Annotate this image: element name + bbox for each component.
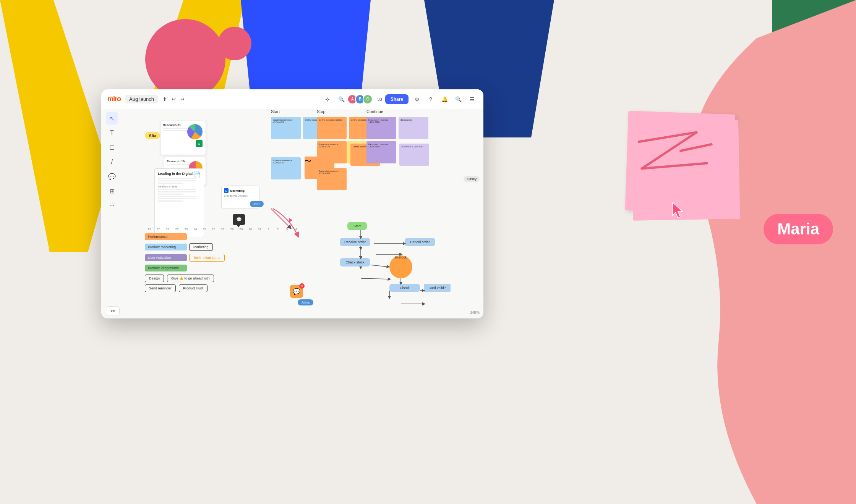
timeline-tasks-row3: Send reminder Product Hunt (145, 284, 305, 292)
ruler-19: 19 (145, 228, 154, 231)
tl-integrations-label: Product Integrations (145, 265, 187, 271)
miro-canvas-area: Alix Research 21 G Research 10 Leading (122, 109, 483, 318)
tl-marketing-label: Product marketing (145, 244, 187, 250)
fc-cancel-order: Cancel order (405, 238, 435, 246)
redo-btn[interactable]: ↪ (180, 96, 185, 102)
ruler-3: 3 (282, 228, 292, 231)
tl-product-hunt-task[interactable]: Product Hunt (179, 284, 208, 292)
sticky-tool[interactable]: ☐ (106, 141, 118, 153)
deco-circle-small (218, 27, 251, 60)
miro-logo: miro (107, 95, 121, 103)
tl-tech-rollout-task[interactable]: Tech rollout starts (189, 254, 225, 262)
comment-tool[interactable]: 💬 (106, 170, 118, 183)
sticky-start-1[interactable]: Expansion revenue +12% ARR (271, 117, 301, 139)
deco-circle-large (145, 19, 225, 99)
zoom-icon[interactable]: 🔍 (336, 94, 347, 105)
timeline-tasks-row2: Design Give 👍 to go ahead with (145, 275, 305, 282)
expand-panel-btn[interactable]: >> (106, 306, 120, 315)
undo-btn[interactable]: ↩ (172, 96, 176, 102)
ruler-4: 4 (292, 228, 301, 231)
sticky-stop-5[interactable]: Expansion revenue +12% ARR (317, 168, 347, 190)
tl-user-activation-label: User Activation (145, 254, 187, 261)
menu-icon[interactable]: ☰ (467, 94, 477, 105)
ruler-29: 29 (237, 228, 246, 231)
more-tools[interactable]: ··· (106, 199, 118, 212)
doc-icon: 📄 (193, 171, 201, 178)
doc-line-2 (163, 130, 191, 131)
tl-marketing-task[interactable]: Marketing (189, 243, 213, 251)
notification-icon[interactable]: 🔔 (439, 94, 450, 105)
fc-start-node: Start (347, 222, 367, 230)
search-icon[interactable]: 🔍 (453, 94, 464, 105)
fc-cancel-box: Cancel order (405, 238, 435, 246)
continue-stickies-row2: Expansion revenue +12% ARR Maximum +12% … (366, 141, 429, 166)
zoom-level-indicator: 348% (470, 310, 480, 315)
doc-thumb-1[interactable]: Research 21 G (160, 121, 206, 155)
avatar-3: C (363, 94, 373, 104)
fc-card-valid-box: Card valid? (424, 284, 451, 292)
tl-row-performance: Performance (145, 233, 305, 240)
flowchart-section: Start Receive order Cancel order Check s… (340, 222, 483, 318)
pink-cursor-arrow (669, 202, 688, 219)
tl-row-user-activation: User Activation Tech rollout starts (145, 254, 305, 262)
marketing-card-title: Marketing (230, 189, 245, 192)
marketing-card-subtitle: Shared via Dropbox (224, 194, 257, 197)
ruler-20: 20 (154, 228, 163, 231)
frame-tool[interactable]: ⊞ (106, 185, 118, 197)
text-tool[interactable]: T (106, 127, 118, 139)
sticky-stop-1[interactable]: Define success metrics (317, 117, 347, 139)
sticky-stop-3[interactable]: Expansion revenue +12% ARR (317, 141, 347, 163)
casey-user-label: Casey (464, 176, 480, 182)
sticky-drawing (626, 111, 728, 198)
ruler-23: 23 (182, 228, 191, 231)
fc-card-valid: Card valid? (424, 284, 451, 292)
select-tool[interactable]: ↖ (106, 112, 118, 124)
fc-receive-box: Receive order (340, 238, 370, 246)
board-name-label[interactable]: Aug launch (125, 95, 158, 103)
text-line-2 (158, 180, 196, 181)
settings-icon[interactable]: ⚙ (412, 94, 422, 105)
tl-send-reminder-task[interactable]: Send reminder (145, 284, 176, 292)
tl-give-ahead-task[interactable]: Give 👍 to go ahead with (167, 275, 214, 282)
cursor-tool-icon[interactable]: ⊹ (322, 94, 333, 105)
sticky-start-3[interactable]: Expansion revenue +12% ARR (271, 157, 301, 179)
text-line-5 (158, 191, 196, 192)
pie-chart-1 (187, 124, 203, 139)
tl-row-product-integrations: Product Integrations (145, 265, 305, 271)
sticky-cont-4[interactable]: Maximum +12% ARR (399, 144, 429, 166)
canvas-pink-arrow: ▶ (287, 218, 294, 225)
ruler-21: 21 (163, 228, 172, 231)
chat-bubble[interactable]: 💬 (233, 214, 245, 225)
miro-toolbar: miro Aug launch ⬆ ↩ ↪ ⊹ 🔍 A B C 33 Share… (101, 89, 483, 109)
sticky-section-continue: Continue Expansion revenue +12% ARR dime… (366, 109, 429, 166)
pen-tool[interactable]: / (106, 156, 118, 168)
continue-section-header: Continue (366, 109, 429, 114)
tl-row-marketing: Product marketing Marketing (145, 243, 305, 251)
help-icon[interactable]: ? (425, 94, 436, 105)
timeline-ruler: 19 20 21 22 23 24 25 26 27 28 29 30 31 1… (145, 228, 305, 231)
timeline-section: 19 20 21 22 23 24 25 26 27 28 29 30 31 1… (145, 228, 305, 292)
continue-stickies: Expansion revenue +12% ARR dimensions (366, 117, 429, 139)
sticky-cont-2[interactable]: dimensions (399, 117, 428, 139)
toolbar-icons-right: ⊹ 🔍 A B C 33 Share ⚙ ? 🔔 🔍 ☰ (322, 94, 477, 105)
fc-in-stock: In stock (389, 255, 412, 278)
text-line-9 (158, 200, 183, 202)
notification-badge[interactable]: 💬 3 (290, 285, 303, 298)
ruler-26: 26 (209, 228, 218, 231)
upload-icon[interactable]: ⬆ (162, 96, 167, 102)
fc-start-box: Start (347, 222, 367, 230)
anna-user-label: Anna (298, 299, 313, 305)
share-button[interactable]: Share (385, 94, 409, 104)
sticky-cont-3[interactable]: Expansion revenue +12% ARR (366, 141, 396, 163)
tl-design-task[interactable]: Design (145, 275, 164, 282)
pink-wavy-right (642, 0, 856, 504)
sticky-note-large (625, 111, 736, 214)
sticky-cont-1[interactable]: Expansion revenue +12% ARR (366, 117, 396, 139)
collaborator-avatars: A B C (350, 94, 373, 104)
notification-count: 3 (299, 283, 305, 289)
fc-check: Check (389, 284, 420, 292)
fc-check-stock: Check stock (340, 258, 370, 267)
left-toolbar: ↖ T ☐ / 💬 ⊞ ··· (106, 112, 120, 212)
ruler-30: 30 (246, 228, 255, 231)
text-line-6 (158, 194, 183, 195)
